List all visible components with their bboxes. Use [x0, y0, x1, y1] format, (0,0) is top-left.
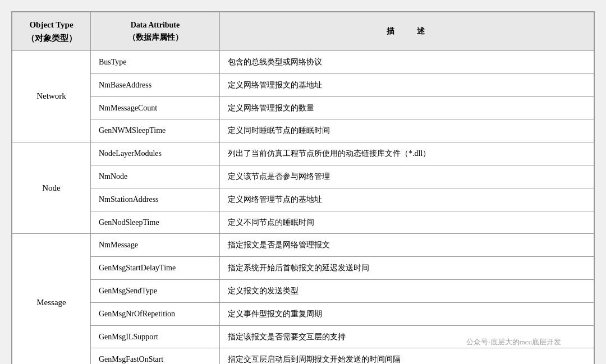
header-data-attribute: Data Attribute （数据库属性） [91, 12, 220, 51]
attribute-cell: NmMessage [91, 234, 220, 257]
attribute-cell: GenNWMSleepTime [91, 119, 220, 142]
attribute-cell: GenMsgSendType [91, 279, 220, 302]
header-object-type: Object Type （对象类型） [12, 12, 91, 51]
attribute-cell: GenMsgILSupport [91, 325, 220, 348]
description-cell: 指定交互层启动后到周期报文开始发送的时间间隔 [220, 348, 594, 364]
attribute-cell: BusType [91, 51, 220, 74]
attribute-cell: GenNodSleepTime [91, 211, 220, 234]
object-type-cell: Node [12, 142, 91, 234]
description-cell: 指定报文是否是网络管理报文 [220, 234, 594, 257]
description-cell: 定义不同节点的睡眠时间 [220, 211, 594, 234]
table-row: GenMsgNrOfRepetition定义事件型报文的重复周期 [12, 302, 594, 325]
description-cell: 列出了当前仿真工程节点所使用的动态链接库文件（*.dll） [220, 142, 594, 165]
table-row: GenNodSleepTime定义不同节点的睡眠时间 [12, 211, 594, 234]
attribute-cell: GenMsgFastOnStart [91, 348, 220, 364]
table-body: NetworkBusType包含的总线类型或网络协议NmBaseAddress定… [12, 51, 594, 365]
description-cell: 包含的总线类型或网络协议 [220, 51, 594, 74]
description-cell: 定义网络管理报文的数量 [220, 96, 594, 119]
table-row: NodeNodeLayerModules列出了当前仿真工程节点所使用的动态链接库… [12, 142, 594, 165]
table-row: NetworkBusType包含的总线类型或网络协议 [12, 51, 594, 74]
attribute-cell: NmNode [91, 165, 220, 188]
object-type-cell: Message [12, 234, 91, 364]
description-cell: 定义同时睡眠节点的睡眠时间 [220, 119, 594, 142]
attribute-cell: NmStationAddress [91, 188, 220, 211]
header-description: 描 述 [220, 12, 594, 51]
description-cell: 指定系统开始后首帧报文的延迟发送时间 [220, 257, 594, 280]
table-row: GenMsgFastOnStart指定交互层启动后到周期报文开始发送的时间间隔 [12, 348, 594, 364]
table-row: NmNode定义该节点是否参与网络管理 [12, 165, 594, 188]
main-table-container: Object Type （对象类型） Data Attribute （数据库属性… [11, 11, 595, 364]
description-cell: 定义网络管理报文的基地址 [220, 73, 594, 96]
description-cell: 定义报文的发送类型 [220, 279, 594, 302]
object-type-cell: Network [12, 51, 91, 142]
table-row: GenNWMSleepTime定义同时睡眠节点的睡眠时间 [12, 119, 594, 142]
table-row: GenMsgStartDelayTime指定系统开始后首帧报文的延迟发送时间 [12, 257, 594, 280]
table-row: GenMsgSendType定义报文的发送类型 [12, 279, 594, 302]
table-row: NmBaseAddress定义网络管理报文的基地址 [12, 73, 594, 96]
data-table: Object Type （对象类型） Data Attribute （数据库属性… [12, 12, 594, 364]
attribute-cell: NmBaseAddress [91, 73, 220, 96]
table-row: NmMessageCount定义网络管理报文的数量 [12, 96, 594, 119]
attribute-cell: GenMsgNrOfRepetition [91, 302, 220, 325]
table-row: MessageNmMessage指定报文是否是网络管理报文 [12, 234, 594, 257]
header-row: Object Type （对象类型） Data Attribute （数据库属性… [12, 12, 594, 51]
watermark: 公众号·底层大的mcu底层开发 [466, 337, 561, 347]
description-cell: 定义事件型报文的重复周期 [220, 302, 594, 325]
attribute-cell: NmMessageCount [91, 96, 220, 119]
description-cell: 定义该节点是否参与网络管理 [220, 165, 594, 188]
attribute-cell: NodeLayerModules [91, 142, 220, 165]
attribute-cell: GenMsgStartDelayTime [91, 257, 220, 280]
description-cell: 定义网络管理节点的基地址 [220, 188, 594, 211]
table-row: NmStationAddress定义网络管理节点的基地址 [12, 188, 594, 211]
